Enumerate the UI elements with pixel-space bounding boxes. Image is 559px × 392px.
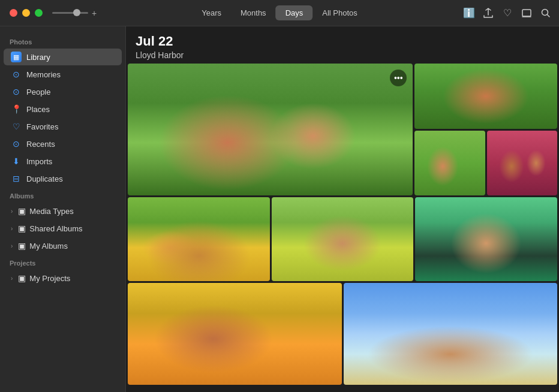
sidebar-item-my-projects[interactable]: › ▣ My Projects [4, 270, 122, 287]
media-types-icon: ▣ [16, 206, 27, 216]
titlebar: + Years Months Days All Photos ℹ️ ♡ [0, 0, 559, 26]
photo-area: Jul 22 Lloyd Harbor ••• [126, 26, 559, 392]
photo-cell-main[interactable]: ••• [128, 64, 413, 195]
photo-image-6 [272, 197, 414, 281]
sidebar-item-label-memories: Memories [26, 70, 61, 79]
sidebar: Photos ▦ Library ⊙ Memories ⊙ People 📍 P… [0, 26, 126, 392]
photo-cell-2-2[interactable] [272, 197, 414, 281]
photo-image-2 [414, 64, 557, 129]
tab-years[interactable]: Years [192, 5, 231, 20]
expand-icon-my-albums: › [11, 243, 13, 249]
sidebar-item-label-duplicates: Duplicates [26, 174, 63, 183]
sidebar-item-duplicates[interactable]: ⊟ Duplicates [4, 170, 122, 187]
zoom-control: + [52, 8, 97, 18]
imports-icon: ⬇ [11, 156, 22, 167]
date-section: Jul 22 Lloyd Harbor [126, 26, 559, 64]
photo-image-7 [415, 197, 557, 281]
tab-months[interactable]: Months [231, 5, 276, 20]
search-icon[interactable] [540, 7, 552, 19]
my-albums-icon: ▣ [16, 240, 27, 251]
sidebar-item-favorites[interactable]: ♡ Favorites [4, 118, 122, 135]
people-icon: ⊙ [11, 86, 22, 97]
photo-image-1 [128, 64, 413, 195]
traffic-lights [10, 9, 43, 17]
photo-image-5 [128, 197, 270, 281]
photo-row-1: ••• [128, 64, 557, 195]
my-projects-icon: ▣ [16, 273, 27, 284]
expand-icon-media-types: › [11, 208, 13, 215]
sidebar-item-memories[interactable]: ⊙ Memories [4, 66, 122, 83]
sidebar-item-label-media-types: Media Types [29, 207, 73, 216]
photo-column-right [414, 64, 557, 195]
photo-cell-3-2[interactable] [344, 283, 558, 385]
sidebar-item-label-library: Library [26, 53, 50, 62]
photo-grid: ••• [126, 64, 559, 387]
toolbar-right: ℹ️ ♡ [463, 7, 552, 19]
places-icon: 📍 [11, 104, 22, 114]
photo-image-8 [128, 283, 342, 385]
photo-cell-3-1[interactable] [128, 283, 342, 385]
sidebar-item-media-types[interactable]: › ▣ Media Types [4, 203, 122, 219]
photos-section-label: Photos [0, 34, 125, 48]
app-body: Photos ▦ Library ⊙ Memories ⊙ People 📍 P… [0, 26, 559, 392]
sidebar-item-label-recents: Recents [26, 140, 55, 149]
close-button[interactable] [10, 9, 17, 17]
favorites-icon: ♡ [11, 121, 22, 132]
sidebar-item-label-people: People [26, 88, 50, 97]
projects-section-label: Projects [0, 255, 125, 269]
zoom-plus-button[interactable]: + [92, 8, 97, 18]
sidebar-item-recents[interactable]: ⊙ Recents [4, 135, 122, 152]
sidebar-item-label-places: Places [26, 105, 50, 114]
photo-row-2 [128, 197, 557, 281]
sidebar-item-label-imports: Imports [26, 157, 52, 166]
favorite-icon[interactable]: ♡ [501, 7, 513, 19]
photo-cell-top-right[interactable] [414, 64, 557, 129]
expand-icon-my-projects: › [11, 275, 13, 282]
albums-section-label: Albums [0, 188, 125, 202]
recents-icon: ⊙ [11, 138, 22, 149]
sidebar-item-shared-albums[interactable]: › ▣ Shared Albums [4, 220, 122, 237]
photo-cell-2-3[interactable] [415, 197, 557, 281]
sidebar-item-people[interactable]: ⊙ People [4, 83, 122, 100]
nav-tabs: Years Months Days All Photos [192, 5, 367, 20]
sidebar-item-my-albums[interactable]: › ▣ My Albums [4, 237, 122, 254]
photo-row-3 [128, 283, 557, 385]
zoom-thumb[interactable] [73, 9, 80, 16]
memories-icon: ⊙ [11, 69, 22, 80]
expand-icon-shared-albums: › [11, 225, 13, 232]
photo-row-right-bottom [414, 131, 557, 196]
sidebar-item-label-my-projects: My Projects [29, 274, 70, 283]
svg-rect-0 [522, 10, 531, 16]
sidebar-item-library[interactable]: ▦ Library [4, 49, 122, 65]
photo-cell-bottom-right-1[interactable] [414, 131, 485, 196]
info-icon[interactable]: ℹ️ [463, 7, 475, 19]
photo-image-3 [414, 131, 485, 196]
library-icon: ▦ [11, 52, 22, 62]
date-location: Lloyd Harbor [136, 50, 549, 60]
tab-days[interactable]: Days [276, 5, 313, 20]
share-icon[interactable] [482, 7, 494, 19]
photo-image-4 [487, 131, 557, 196]
sidebar-item-imports[interactable]: ⬇ Imports [4, 153, 122, 170]
sidebar-item-label-my-albums: My Albums [29, 242, 68, 251]
photo-cell-2-1[interactable] [128, 197, 270, 281]
photo-image-9 [344, 283, 558, 385]
photo-cell-bottom-right-2[interactable] [487, 131, 557, 196]
sidebar-item-places[interactable]: 📍 Places [4, 101, 122, 117]
date-title: Jul 22 [136, 34, 549, 49]
duplicates-icon: ⊟ [11, 173, 22, 184]
maximize-button[interactable] [35, 9, 43, 17]
sidebar-item-label-shared-albums: Shared Albums [29, 224, 82, 233]
sidebar-item-label-favorites: Favorites [26, 122, 58, 131]
shared-albums-icon: ▣ [16, 223, 27, 234]
zoom-slider[interactable] [52, 12, 88, 14]
minimize-button[interactable] [22, 9, 30, 17]
slideshow-icon[interactable] [521, 7, 533, 19]
tab-all-photos[interactable]: All Photos [312, 5, 367, 20]
